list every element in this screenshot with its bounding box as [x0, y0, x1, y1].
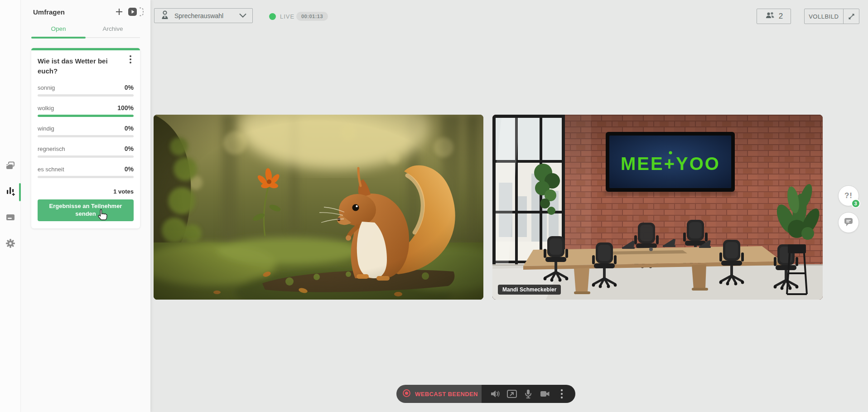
- questions-badge: 3: [851, 199, 860, 208]
- poll-option-percent: 100%: [117, 104, 134, 111]
- panel-title: Umfragen: [33, 8, 111, 16]
- poll-votes-count: 1 votes: [38, 188, 134, 195]
- slides-icon: [5, 160, 16, 173]
- poll-option-row: sonnig 0%: [38, 84, 134, 97]
- poll-option-label: windig: [38, 125, 54, 132]
- fullscreen-label: VOLLBILD: [805, 13, 843, 20]
- active-rail-indicator: [19, 183, 21, 201]
- chevron-down-icon: [239, 12, 247, 20]
- sidebar-item-polls[interactable]: [0, 186, 21, 199]
- icon-rail: [0, 0, 21, 412]
- poll-chart-icon: [5, 186, 16, 199]
- more-options-button[interactable]: [555, 387, 569, 401]
- live-label: LIVE: [280, 13, 294, 20]
- poll-option-bar: [38, 155, 134, 158]
- poll-option-percent: 0%: [125, 84, 134, 91]
- expand-icon: [844, 13, 859, 20]
- polls-panel: Umfragen Open Archive Wie ist das Wetter…: [21, 0, 150, 412]
- add-poll-button[interactable]: [115, 8, 123, 16]
- poll-option-bar: [38, 115, 134, 117]
- dock-panel-icon[interactable]: [128, 7, 144, 16]
- toolbar-controls: [482, 385, 575, 403]
- questions-label: ?!: [844, 191, 853, 200]
- polls-tabs: Open Archive: [31, 21, 140, 38]
- poll-option-row: es schneit 0%: [38, 165, 134, 178]
- poll-option-bar: [38, 176, 134, 178]
- poll-option-percent: 0%: [125, 165, 134, 173]
- content-video-tile: [154, 115, 483, 300]
- participants-icon: [765, 10, 776, 22]
- banner-icon: [5, 212, 16, 224]
- webcast-toolbar: WEBCAST BEENDEN: [396, 385, 575, 403]
- screenshare-button[interactable]: [505, 387, 519, 401]
- poll-option-label: es schneit: [38, 166, 64, 173]
- speaker-select-dropdown[interactable]: Sprecherauswahl: [154, 8, 253, 23]
- mic-button[interactable]: [521, 387, 535, 401]
- sidebar-item-lower-third[interactable]: [0, 212, 21, 224]
- poll-option-row: wolkig 100%: [38, 104, 134, 117]
- chat-button[interactable]: [838, 212, 859, 233]
- volume-button[interactable]: [488, 387, 502, 401]
- tv-screen: MEE+YOO: [605, 132, 736, 195]
- poll-question: Wie ist das Wetter bei euch?: [38, 56, 134, 76]
- poll-card: Wie ist das Wetter bei euch? sonnig 0% w…: [31, 48, 140, 228]
- speaker-select-label: Sprecherauswahl: [174, 12, 239, 19]
- live-indicator-dot: [269, 13, 276, 20]
- poll-option-label: wolkig: [38, 105, 54, 111]
- poll-option-row: windig 0%: [38, 125, 134, 137]
- end-webcast-button[interactable]: WEBCAST BEENDEN: [396, 385, 482, 403]
- meeting-room-illustration: MEE+YOO: [492, 115, 823, 300]
- webcast-app: Umfragen Open Archive Wie ist das Wetter…: [0, 0, 868, 412]
- poll-option-label: regnerisch: [38, 145, 65, 152]
- poll-option-percent: 0%: [125, 145, 134, 152]
- poll-option-row: regnerisch 0%: [38, 145, 134, 158]
- sidebar-item-settings[interactable]: [0, 238, 21, 251]
- questions-button[interactable]: ?! 3: [838, 185, 859, 206]
- poll-option-percent: 0%: [125, 125, 134, 132]
- send-results-button[interactable]: Ergebnisse an Teilnehmer senden: [38, 199, 134, 221]
- end-webcast-label: WEBCAST BEENDEN: [415, 391, 478, 397]
- polls-panel-header: Umfragen: [21, 0, 150, 18]
- live-timer: 00:01:13: [296, 12, 328, 21]
- speaker-name-label: Mandi Schmeckebier: [498, 285, 561, 295]
- sidebar-item-slides[interactable]: [0, 160, 21, 173]
- speaker-icon: [160, 10, 170, 22]
- participants-button[interactable]: 2: [757, 9, 791, 24]
- poll-option-bar: [38, 135, 134, 137]
- chat-icon: [844, 217, 854, 228]
- participants-count: 2: [779, 12, 783, 21]
- tab-open[interactable]: Open: [31, 21, 86, 37]
- squirrel-forest-illustration: [154, 115, 483, 300]
- poll-option-bar: [38, 94, 134, 97]
- meetyoo-logo: MEE+YOO: [621, 154, 720, 174]
- poll-option-label: sonnig: [38, 84, 55, 91]
- gear-icon: [5, 238, 16, 251]
- speaker-video-tile: MEE+YOO: [492, 115, 823, 300]
- poll-menu-button[interactable]: [126, 54, 135, 64]
- record-icon: [402, 389, 411, 399]
- fullscreen-button[interactable]: VOLLBILD: [804, 9, 859, 24]
- tab-archive[interactable]: Archive: [86, 21, 140, 37]
- camera-button[interactable]: [538, 387, 552, 401]
